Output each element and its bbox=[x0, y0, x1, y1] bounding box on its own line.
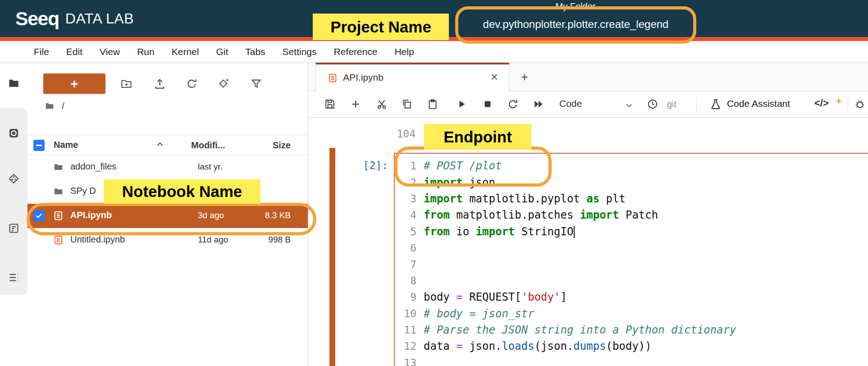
menu-item-tabs[interactable]: Tabs bbox=[237, 46, 274, 57]
code-text: # Parse the JSON string into a Python di… bbox=[424, 324, 736, 336]
paste-cells-icon[interactable] bbox=[427, 98, 439, 111]
code-token: as bbox=[586, 192, 599, 205]
menu-item-kernel[interactable]: Kernel bbox=[163, 46, 208, 57]
menu-item-reference[interactable]: Reference bbox=[325, 46, 386, 57]
running-sessions-icon[interactable] bbox=[8, 127, 20, 139]
code-text: data = json.loads(json.dumps(body)) bbox=[424, 340, 652, 352]
menu-item-edit[interactable]: Edit bbox=[58, 46, 91, 57]
menu-item-settings[interactable]: Settings bbox=[274, 46, 325, 57]
restart-run-all-icon[interactable] bbox=[533, 98, 545, 111]
column-header-modified[interactable]: Modifi... bbox=[191, 140, 225, 151]
code-line[interactable]: 6 bbox=[395, 240, 868, 256]
table-of-contents-icon[interactable] bbox=[8, 271, 20, 284]
menu-item-view[interactable]: View bbox=[91, 46, 128, 57]
breadcrumb: / bbox=[45, 101, 64, 111]
select-all-checkbox[interactable] bbox=[33, 140, 45, 151]
seeq-data-lab-window: Seeq DATA LAB My Folder dev.pythonplotte… bbox=[0, 0, 868, 366]
code-token: REQUEST[ bbox=[463, 291, 521, 303]
upload-icon[interactable] bbox=[154, 78, 166, 90]
column-header-name[interactable]: Name bbox=[54, 140, 78, 150]
line-number: 2 bbox=[395, 177, 416, 188]
line-number: 8 bbox=[395, 275, 416, 287]
line-number: 9 bbox=[395, 291, 416, 303]
line-number: 13 bbox=[395, 357, 416, 366]
new-tab-button[interactable]: + bbox=[516, 69, 533, 86]
property-inspector-icon[interactable] bbox=[8, 222, 20, 234]
code-line[interactable]: 1# POST /plot bbox=[395, 158, 868, 174]
code-line[interactable]: 2import json bbox=[395, 174, 868, 190]
menu-item-file[interactable]: File bbox=[25, 46, 58, 57]
line-number: 104 bbox=[377, 128, 416, 140]
code-line[interactable]: 12data = json.loads(json.dumps(body)) bbox=[395, 338, 868, 354]
git-sidebar-icon[interactable] bbox=[8, 173, 20, 185]
code-text: body = REQUEST['body'] bbox=[424, 291, 567, 303]
new-folder-icon[interactable] bbox=[120, 78, 132, 90]
code-token: matplotlib.patches bbox=[450, 209, 580, 221]
new-launcher-button[interactable]: + bbox=[43, 73, 105, 94]
filter-icon[interactable] bbox=[250, 78, 262, 90]
file-row-api-ipynb[interactable]: API.ipynb3d ago8.3 KB bbox=[27, 204, 308, 228]
menu-item-help[interactable]: Help bbox=[386, 46, 422, 57]
copy-cells-icon[interactable] bbox=[401, 98, 414, 111]
code-token: # POST /plot bbox=[424, 160, 502, 172]
plus-icon: + bbox=[70, 76, 78, 92]
cut-cells-icon[interactable] bbox=[376, 98, 388, 111]
code-assistant-button[interactable]: Code Assistant bbox=[727, 98, 790, 109]
code-line[interactable]: 7 bbox=[395, 256, 868, 272]
file-row-untitled-ipynb[interactable]: Untitled.ipynb11d ago998 B bbox=[27, 228, 308, 252]
debugger-bug-icon[interactable] bbox=[854, 98, 867, 111]
column-header-size[interactable]: Size bbox=[253, 140, 291, 151]
tab-api-ipynb[interactable]: API.ipynb × bbox=[315, 63, 509, 92]
home-folder-icon[interactable] bbox=[45, 101, 55, 111]
code-line[interactable]: 3import matplotlib.pyplot as plt bbox=[395, 191, 868, 207]
file-name: API.ipynb bbox=[70, 210, 112, 220]
code-line[interactable]: 4from matplotlib.patches import Patch bbox=[395, 207, 868, 223]
code-token: io bbox=[450, 225, 476, 238]
code-cell-editor[interactable]: 1# POST /plot2import json3import matplot… bbox=[394, 153, 868, 366]
code-token: Patch bbox=[619, 209, 658, 221]
code-snippet-button[interactable]: </> bbox=[814, 97, 829, 109]
line-number: 4 bbox=[395, 209, 416, 221]
project-path: dev.pythonplotter.plotter.create_legend bbox=[457, 18, 694, 31]
menu-item-run[interactable]: Run bbox=[128, 46, 163, 57]
cell-type-select[interactable]: Code bbox=[559, 98, 582, 109]
tab-label: API.ipynb bbox=[343, 72, 384, 83]
code-line[interactable]: 9body = REQUEST['body'] bbox=[395, 289, 868, 305]
stop-kernel-icon[interactable] bbox=[482, 98, 494, 111]
code-line[interactable]: 10# body = json_str bbox=[395, 306, 868, 322]
logo-seeq-text: Seeq bbox=[15, 8, 59, 30]
seeq-logo: Seeq DATA LAB bbox=[15, 0, 134, 37]
toolbar-divider bbox=[696, 97, 697, 112]
row-checkbox[interactable] bbox=[33, 210, 45, 221]
file-list: addon_fileslast yr.SPy DAPI.ipynb3d ago8… bbox=[27, 155, 308, 252]
code-line[interactable]: 5from io import StringIO bbox=[395, 224, 868, 240]
code-token: = bbox=[456, 291, 462, 303]
history-clock-icon[interactable] bbox=[647, 98, 659, 111]
file-name: Untitled.ipynb bbox=[70, 234, 125, 245]
file-size: 998 B bbox=[239, 235, 291, 245]
refresh-icon[interactable] bbox=[186, 78, 198, 90]
run-cell-icon[interactable] bbox=[456, 98, 469, 111]
file-browser-icon[interactable] bbox=[8, 77, 20, 89]
code-text: import json bbox=[424, 176, 495, 189]
insert-cell-icon[interactable] bbox=[350, 98, 362, 111]
restart-kernel-icon[interactable] bbox=[507, 98, 520, 111]
save-icon[interactable] bbox=[324, 98, 337, 111]
code-line[interactable]: 13 bbox=[395, 355, 868, 366]
git-status-label[interactable]: git bbox=[667, 99, 676, 110]
sidebar-rail-panel bbox=[0, 108, 27, 295]
active-cell-collapser[interactable] bbox=[329, 148, 335, 366]
code-token: (body)) bbox=[606, 340, 652, 352]
tab-close-icon[interactable]: × bbox=[491, 69, 498, 85]
chevron-down-icon bbox=[624, 101, 637, 113]
code-line[interactable]: 8 bbox=[395, 273, 868, 289]
code-line[interactable]: 11# Parse the JSON string into a Python … bbox=[395, 322, 868, 338]
git-diff-icon[interactable] bbox=[218, 78, 230, 90]
file-name: addon_files bbox=[70, 161, 116, 172]
breadcrumb-root[interactable]: / bbox=[62, 101, 64, 111]
annotation-endpoint: Endpoint bbox=[424, 124, 531, 150]
line-number: 10 bbox=[395, 308, 416, 320]
menu-item-git[interactable]: Git bbox=[207, 46, 237, 57]
code-token: matplotlib.pyplot bbox=[463, 192, 587, 205]
file-row-addon-files[interactable]: addon_fileslast yr. bbox=[27, 155, 308, 179]
